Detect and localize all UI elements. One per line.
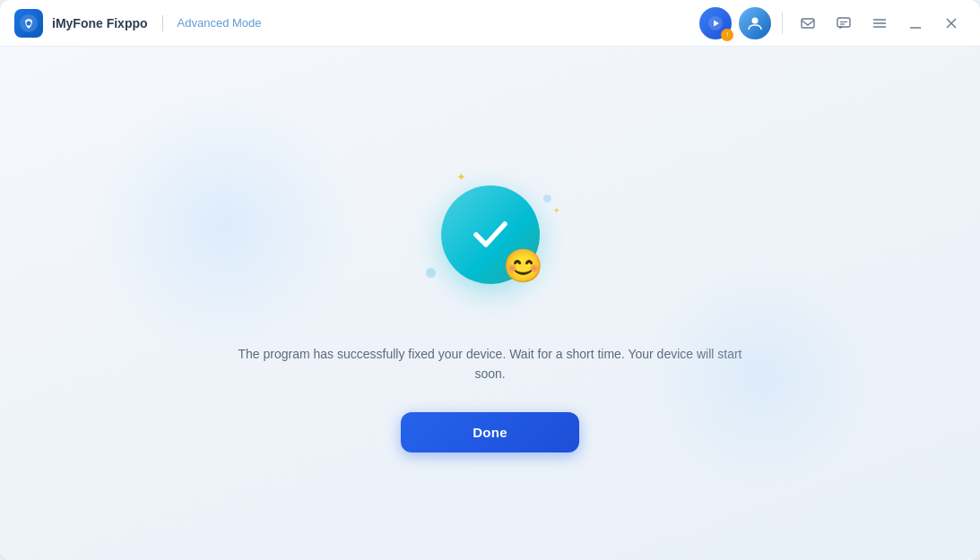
done-button[interactable]: Done xyxy=(401,412,579,452)
status-text: The program has successfully fixed your … xyxy=(230,344,750,384)
titlebar-left: iMyFone Fixppo Advanced Mode xyxy=(14,9,262,38)
chat-button[interactable] xyxy=(829,9,858,38)
sparkle-bubble-topright xyxy=(543,194,551,202)
titlebar: iMyFone Fixppo Advanced Mode ↑ xyxy=(0,0,980,47)
sparkle-star-topleft: ✦ xyxy=(456,170,466,184)
sparkle-bubble-left xyxy=(426,268,436,278)
app-logo xyxy=(14,9,43,38)
menu-button[interactable] xyxy=(865,9,894,38)
svg-rect-4 xyxy=(802,19,814,28)
minimize-button[interactable] xyxy=(901,9,930,38)
close-button[interactable] xyxy=(937,9,966,38)
mode-label: Advanced Mode xyxy=(178,16,262,30)
svg-point-3 xyxy=(752,17,759,23)
titlebar-divider-vertical xyxy=(782,13,783,34)
mail-button[interactable] xyxy=(794,9,822,38)
success-circle: 😊 xyxy=(441,185,540,284)
svg-point-1 xyxy=(27,21,31,25)
update-badge: ↑ xyxy=(721,29,733,41)
app-name: iMyFone Fixppo xyxy=(52,16,148,30)
titlebar-right: ↑ xyxy=(699,7,966,39)
title-divider xyxy=(162,15,163,31)
emoji-badge: 😊 xyxy=(503,250,543,282)
app-window: iMyFone Fixppo Advanced Mode ↑ xyxy=(0,0,980,560)
main-content: ✦ ✦ 😊 The program has successfully fixed… xyxy=(0,47,980,560)
update-button[interactable]: ↑ xyxy=(699,7,732,39)
success-illustration: ✦ ✦ 😊 xyxy=(410,154,571,315)
sparkle-star-right: ✦ xyxy=(553,206,560,215)
account-button[interactable] xyxy=(739,7,771,39)
